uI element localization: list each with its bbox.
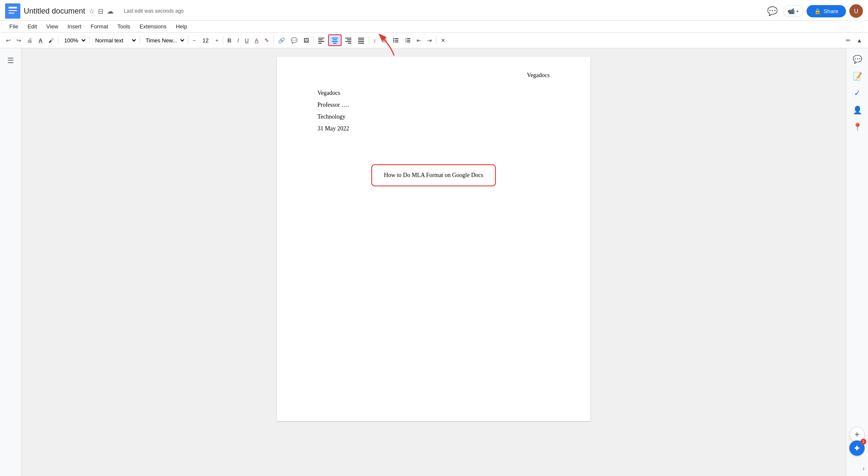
svg-rect-19 (358, 43, 364, 44)
menu-tools[interactable]: Tools (113, 22, 134, 31)
chat-icon[interactable]: 💬 (765, 4, 779, 18)
print-button[interactable]: 🖨 (25, 36, 35, 45)
svg-rect-4 (318, 38, 324, 39)
clear-format-button[interactable]: ✕ (438, 36, 448, 45)
centered-title: How to Do MLA Format on Google Docs (371, 164, 496, 186)
meet-button[interactable]: 📹 ▾ (783, 5, 803, 17)
align-justify-icon (358, 37, 364, 44)
font-select[interactable]: Times New... Arial Georgia (142, 35, 186, 46)
bold-button[interactable]: B (225, 36, 234, 45)
zoom-select[interactable]: 100% 75% 150% (60, 35, 87, 46)
paintformat-button[interactable]: 🖌 (46, 36, 56, 45)
doc-area[interactable]: Vegadocs Vegadocs Professor …. Technolog… (21, 48, 846, 476)
align-center-button[interactable] (328, 34, 342, 46)
svg-point-20 (393, 38, 395, 39)
title-icons: ☆ ⊟ ☁ (89, 7, 114, 15)
italic-button[interactable]: I (235, 36, 242, 45)
menu-help[interactable]: Help (172, 22, 192, 31)
title-bar-left: Untitled document ☆ ⊟ ☁ Last edit was se… (5, 3, 761, 19)
doc-line-2: Professor …. (317, 99, 550, 111)
svg-rect-27 (407, 38, 410, 39)
svg-rect-18 (358, 41, 364, 42)
align-left-button[interactable] (315, 35, 327, 45)
toolbar-chevron-up[interactable]: ▲ (854, 36, 865, 45)
text-color-button[interactable]: A (252, 36, 261, 45)
share-label: Share (823, 8, 838, 14)
doc-line-1: Vegadocs (317, 87, 550, 99)
separator-3 (139, 36, 140, 44)
svg-rect-16 (358, 38, 364, 39)
outline-icon[interactable]: ☰ (5, 53, 17, 68)
svg-rect-21 (395, 38, 398, 39)
font-size-input[interactable] (199, 37, 212, 44)
maps-sidebar-icon[interactable]: 📍 (850, 119, 865, 135)
meet-icon: 📹 (787, 8, 795, 14)
align-left-icon (318, 37, 325, 44)
page-header: Vegadocs (527, 69, 550, 81)
font-size-decrease-button[interactable]: − (190, 36, 198, 45)
title-bar: Untitled document ☆ ⊟ ☁ Last edit was se… (0, 0, 868, 21)
svg-rect-6 (318, 41, 324, 42)
star-icon[interactable]: ☆ (89, 7, 95, 15)
svg-rect-5 (318, 39, 323, 40)
share-button[interactable]: 🔒 Share (807, 5, 846, 17)
doc-line-4: 31 May 2022 (317, 123, 550, 135)
svg-rect-29 (407, 40, 410, 41)
increase-indent-button[interactable]: ⇥ (425, 36, 434, 45)
underline-button[interactable]: U (242, 36, 251, 45)
doc-content[interactable]: Vegadocs Professor …. Technology 31 May … (317, 87, 550, 186)
align-justify-button[interactable] (355, 35, 367, 45)
svg-rect-13 (347, 39, 351, 40)
line-spacing-button[interactable]: ↕ (371, 36, 379, 45)
gemini-button[interactable]: 1 (849, 440, 865, 456)
contacts-sidebar-icon[interactable]: 👤 (850, 102, 865, 118)
style-select[interactable]: Normal text Heading 1 Heading 2 (91, 35, 138, 46)
gemini-badge: 1 (860, 439, 866, 445)
align-right-icon (345, 37, 352, 44)
menu-edit[interactable]: Edit (23, 22, 41, 31)
doc-title[interactable]: Untitled document (24, 7, 85, 16)
menu-file[interactable]: File (5, 22, 22, 31)
spellcheck-button[interactable]: A (36, 36, 45, 45)
gemini-icon (853, 444, 861, 452)
menu-format[interactable]: Format (86, 22, 112, 31)
svg-rect-10 (332, 41, 338, 42)
lock-icon: 🔒 (814, 8, 821, 14)
doc-line-3: Technology (317, 111, 550, 123)
title-bar-right: 💬 📹 ▾ 🔒 Share U (765, 4, 863, 18)
menu-insert[interactable]: Insert (63, 22, 86, 31)
right-sidebar: 💬 📝 ✓ 👤 📍 + 1 › (846, 48, 868, 476)
image-button[interactable]: 🖼 (301, 36, 312, 45)
arrow-svg (369, 48, 403, 58)
align-right-button[interactable] (342, 35, 354, 45)
pencil-button[interactable]: ✏ (843, 36, 853, 45)
drive-icon[interactable]: ⊟ (98, 7, 103, 15)
comment-button[interactable]: 💬 (288, 36, 300, 45)
header-text: Vegadocs (527, 72, 550, 78)
redo-button[interactable]: ↪ (14, 36, 24, 45)
highlight-button[interactable]: ✎ (262, 36, 272, 45)
avatar[interactable]: U (849, 4, 863, 18)
notes-sidebar-icon[interactable]: 📝 (850, 69, 865, 84)
decrease-indent-button[interactable]: ⇤ (414, 36, 424, 45)
left-sidebar: ☰ (0, 48, 21, 476)
svg-rect-14 (345, 41, 351, 42)
menu-view[interactable]: View (42, 22, 62, 31)
document-page: Vegadocs Vegadocs Professor …. Technolog… (277, 57, 590, 421)
svg-rect-1 (8, 7, 17, 8)
link-button[interactable]: 🔗 (275, 36, 287, 45)
center-wrapper: How to Do MLA Format on Google Docs (317, 152, 550, 186)
svg-rect-25 (395, 42, 398, 42)
separator-2 (89, 36, 89, 44)
cloud-icon[interactable]: ☁ (107, 7, 114, 15)
tasks-sidebar-icon[interactable]: ✓ (850, 86, 865, 101)
chat-sidebar-icon[interactable]: 💬 (850, 52, 865, 67)
checklist-button[interactable]: ☑ (379, 36, 389, 45)
svg-rect-9 (333, 39, 337, 40)
font-size-increase-button[interactable]: + (213, 36, 221, 45)
undo-button[interactable]: ↩ (3, 36, 13, 45)
expand-sidebar-button[interactable]: › (862, 465, 865, 472)
numbered-list-button[interactable]: 1. 2. 3. (402, 36, 413, 45)
bullets-button[interactable] (390, 36, 401, 45)
menu-extensions[interactable]: Extensions (135, 22, 171, 31)
